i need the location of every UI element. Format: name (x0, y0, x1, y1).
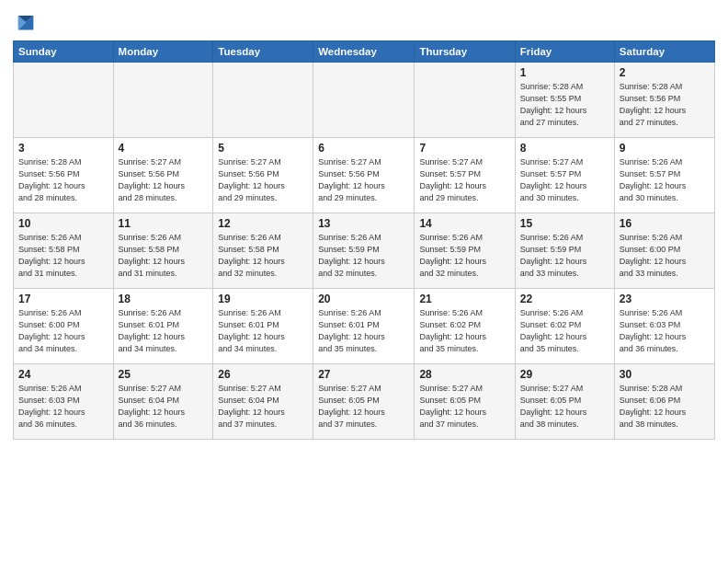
day-info: Sunrise: 5:26 AM Sunset: 5:58 PM Dayligh… (18, 232, 108, 280)
day-number: 24 (18, 368, 108, 381)
day-info: Sunrise: 5:26 AM Sunset: 5:59 PM Dayligh… (318, 232, 409, 280)
day-info: Sunrise: 5:27 AM Sunset: 5:57 PM Dayligh… (520, 156, 609, 204)
day-cell: 25Sunrise: 5:27 AM Sunset: 6:04 PM Dayli… (113, 364, 213, 440)
day-number: 20 (318, 293, 409, 305)
day-info: Sunrise: 5:27 AM Sunset: 6:05 PM Dayligh… (318, 383, 409, 431)
day-number: 14 (419, 217, 509, 230)
day-cell: 24Sunrise: 5:26 AM Sunset: 6:03 PM Dayli… (14, 364, 114, 440)
calendar-table: SundayMondayTuesdayWednesdayThursdayFrid… (13, 40, 715, 440)
day-info: Sunrise: 5:26 AM Sunset: 5:58 PM Dayligh… (119, 232, 209, 280)
day-info: Sunrise: 5:26 AM Sunset: 6:01 PM Dayligh… (119, 307, 209, 355)
day-info: Sunrise: 5:28 AM Sunset: 6:06 PM Dayligh… (620, 383, 710, 431)
day-cell: 5Sunrise: 5:27 AM Sunset: 5:56 PM Daylig… (213, 138, 313, 213)
day-number: 3 (18, 142, 108, 155)
weekday-header-sunday: Sunday (14, 41, 114, 63)
day-number: 12 (218, 217, 308, 230)
day-cell (213, 63, 313, 138)
day-cell (14, 63, 114, 138)
day-number: 7 (419, 142, 509, 155)
day-cell: 9Sunrise: 5:26 AM Sunset: 5:57 PM Daylig… (614, 138, 714, 213)
day-info: Sunrise: 5:26 AM Sunset: 6:02 PM Dayligh… (520, 307, 609, 355)
day-number: 16 (620, 217, 710, 230)
day-number: 29 (520, 368, 609, 381)
day-info: Sunrise: 5:26 AM Sunset: 6:01 PM Dayligh… (218, 307, 308, 355)
day-info: Sunrise: 5:28 AM Sunset: 5:56 PM Dayligh… (18, 156, 108, 204)
day-cell: 26Sunrise: 5:27 AM Sunset: 6:04 PM Dayli… (213, 364, 313, 440)
day-info: Sunrise: 5:27 AM Sunset: 5:56 PM Dayligh… (318, 156, 409, 204)
day-cell: 18Sunrise: 5:26 AM Sunset: 6:01 PM Dayli… (113, 289, 213, 364)
day-cell: 16Sunrise: 5:26 AM Sunset: 6:00 PM Dayli… (614, 213, 714, 289)
day-cell: 29Sunrise: 5:27 AM Sunset: 6:05 PM Dayli… (515, 364, 614, 440)
day-info: Sunrise: 5:27 AM Sunset: 6:04 PM Dayligh… (119, 383, 209, 431)
day-number: 21 (419, 293, 509, 305)
day-info: Sunrise: 5:27 AM Sunset: 5:56 PM Dayligh… (119, 156, 209, 204)
day-cell: 7Sunrise: 5:27 AM Sunset: 5:57 PM Daylig… (415, 138, 515, 213)
day-number: 5 (218, 142, 308, 155)
day-info: Sunrise: 5:26 AM Sunset: 6:03 PM Dayligh… (620, 307, 710, 355)
weekday-header-saturday: Saturday (614, 41, 714, 63)
day-cell: 28Sunrise: 5:27 AM Sunset: 6:05 PM Dayli… (415, 364, 515, 440)
day-number: 6 (318, 142, 409, 155)
day-info: Sunrise: 5:26 AM Sunset: 6:02 PM Dayligh… (419, 307, 509, 355)
week-row-2: 3Sunrise: 5:28 AM Sunset: 5:56 PM Daylig… (14, 138, 715, 213)
weekday-header-wednesday: Wednesday (313, 41, 415, 63)
day-cell: 22Sunrise: 5:26 AM Sunset: 6:02 PM Dayli… (515, 289, 614, 364)
day-number: 23 (620, 293, 710, 305)
day-number: 25 (119, 368, 209, 381)
week-row-1: 1Sunrise: 5:28 AM Sunset: 5:55 PM Daylig… (14, 63, 715, 138)
weekday-header-tuesday: Tuesday (213, 41, 313, 63)
day-number: 1 (520, 66, 609, 79)
day-info: Sunrise: 5:27 AM Sunset: 6:04 PM Dayligh… (218, 383, 308, 431)
day-number: 8 (520, 142, 609, 155)
day-cell (415, 63, 515, 138)
day-number: 22 (520, 293, 609, 305)
day-cell: 1Sunrise: 5:28 AM Sunset: 5:55 PM Daylig… (515, 63, 614, 138)
page: SundayMondayTuesdayWednesdayThursdayFrid… (0, 0, 728, 563)
day-info: Sunrise: 5:26 AM Sunset: 5:58 PM Dayligh… (218, 232, 308, 280)
day-cell: 14Sunrise: 5:26 AM Sunset: 5:59 PM Dayli… (415, 213, 515, 289)
day-number: 27 (318, 368, 409, 381)
logo-icon (13, 9, 39, 35)
day-info: Sunrise: 5:26 AM Sunset: 6:00 PM Dayligh… (620, 232, 710, 280)
day-number: 2 (620, 66, 710, 79)
day-info: Sunrise: 5:27 AM Sunset: 5:56 PM Dayligh… (218, 156, 308, 204)
day-cell: 11Sunrise: 5:26 AM Sunset: 5:58 PM Dayli… (113, 213, 213, 289)
day-cell: 3Sunrise: 5:28 AM Sunset: 5:56 PM Daylig… (14, 138, 114, 213)
day-info: Sunrise: 5:26 AM Sunset: 6:00 PM Dayligh… (18, 307, 108, 355)
weekday-header-friday: Friday (515, 41, 614, 63)
day-info: Sunrise: 5:26 AM Sunset: 6:01 PM Dayligh… (318, 307, 409, 355)
day-cell: 23Sunrise: 5:26 AM Sunset: 6:03 PM Dayli… (614, 289, 714, 364)
day-number: 15 (520, 217, 609, 230)
day-info: Sunrise: 5:26 AM Sunset: 5:59 PM Dayligh… (520, 232, 609, 280)
day-cell: 19Sunrise: 5:26 AM Sunset: 6:01 PM Dayli… (213, 289, 313, 364)
day-info: Sunrise: 5:27 AM Sunset: 6:05 PM Dayligh… (419, 383, 509, 431)
day-number: 19 (218, 293, 308, 305)
day-info: Sunrise: 5:26 AM Sunset: 6:03 PM Dayligh… (18, 383, 108, 431)
day-cell (113, 63, 213, 138)
day-cell: 27Sunrise: 5:27 AM Sunset: 6:05 PM Dayli… (313, 364, 415, 440)
week-row-5: 24Sunrise: 5:26 AM Sunset: 6:03 PM Dayli… (14, 364, 715, 440)
week-row-3: 10Sunrise: 5:26 AM Sunset: 5:58 PM Dayli… (14, 213, 715, 289)
day-info: Sunrise: 5:27 AM Sunset: 6:05 PM Dayligh… (520, 383, 609, 431)
weekday-header-monday: Monday (113, 41, 213, 63)
day-cell: 6Sunrise: 5:27 AM Sunset: 5:56 PM Daylig… (313, 138, 415, 213)
day-number: 30 (620, 368, 710, 381)
weekday-header-thursday: Thursday (415, 41, 515, 63)
day-cell: 10Sunrise: 5:26 AM Sunset: 5:58 PM Dayli… (14, 213, 114, 289)
day-cell (313, 63, 415, 138)
weekday-header-row: SundayMondayTuesdayWednesdayThursdayFrid… (14, 41, 715, 63)
day-cell: 13Sunrise: 5:26 AM Sunset: 5:59 PM Dayli… (313, 213, 415, 289)
day-cell: 12Sunrise: 5:26 AM Sunset: 5:58 PM Dayli… (213, 213, 313, 289)
day-cell: 15Sunrise: 5:26 AM Sunset: 5:59 PM Dayli… (515, 213, 614, 289)
day-info: Sunrise: 5:28 AM Sunset: 5:56 PM Dayligh… (620, 81, 710, 129)
day-number: 4 (119, 142, 209, 155)
header (13, 9, 715, 35)
day-cell: 8Sunrise: 5:27 AM Sunset: 5:57 PM Daylig… (515, 138, 614, 213)
day-number: 17 (18, 293, 108, 305)
day-info: Sunrise: 5:27 AM Sunset: 5:57 PM Dayligh… (419, 156, 509, 204)
week-row-4: 17Sunrise: 5:26 AM Sunset: 6:00 PM Dayli… (14, 289, 715, 364)
day-number: 18 (119, 293, 209, 305)
day-info: Sunrise: 5:26 AM Sunset: 5:59 PM Dayligh… (419, 232, 509, 280)
day-number: 28 (419, 368, 509, 381)
day-cell: 4Sunrise: 5:27 AM Sunset: 5:56 PM Daylig… (113, 138, 213, 213)
